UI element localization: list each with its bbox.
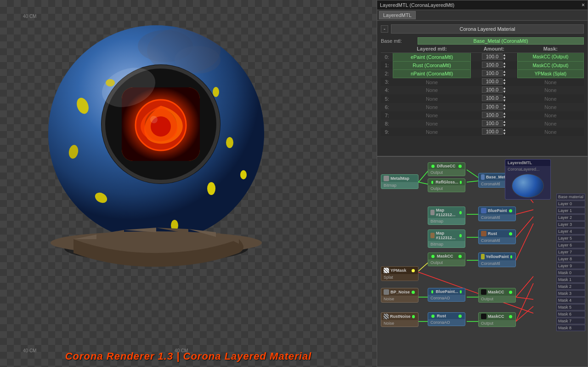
label-mask-5: Mask 5: [556, 304, 585, 310]
col-mask: Mask:: [517, 45, 583, 53]
base-mtl-label: Base mtl:: [381, 38, 418, 44]
col-index: [381, 45, 393, 53]
label-layer-4: Layer 4: [556, 228, 585, 235]
panel-tab-bar: LayeredMTL: [377, 10, 588, 21]
label-mask-6: Mask 6: [556, 311, 585, 317]
node-difusecc[interactable]: DifuseCC Output: [428, 162, 465, 176]
mtl-dialog: LayeredMTL (CoronaLayeredMtl) × LayeredM…: [377, 0, 588, 156]
node-map1[interactable]: Map #112312... Bitmap: [428, 206, 465, 225]
table-row: 0:ePaint (CoronaMtl)▲▼MaskCC (Output): [381, 53, 584, 62]
node-reflgloss[interactable]: ReflGloss... Output: [428, 178, 465, 192]
label-layer-9: Layer 9: [556, 263, 585, 269]
svg-point-14: [59, 203, 69, 211]
svg-point-11: [226, 137, 233, 148]
label-layer-1: Layer 1: [556, 207, 585, 214]
label-layer-7: Layer 7: [556, 249, 585, 255]
watermark-text: Corona Renderer 1.3 | Corona Layered Mat…: [0, 350, 377, 362]
node-yellowpaint[interactable]: YellowPaint CoronaMtl: [478, 252, 516, 267]
svg-line-40: [516, 210, 533, 214]
panel-title: LayeredMTL (CoronaLayeredMtl): [380, 2, 454, 8]
table-row: 7:None▲▼None: [381, 111, 584, 120]
col-amount: Amount:: [470, 45, 517, 53]
svg-line-41: [516, 217, 533, 237]
label-layer-3: Layer 3: [556, 221, 585, 228]
svg-line-29: [467, 181, 480, 182]
svg-line-46: [516, 306, 533, 321]
mtl-content: - Corona Layered Material Base mtl: Base…: [377, 21, 588, 138]
svg-line-45: [516, 297, 533, 299]
table-row: 9:None▲▼None: [381, 128, 584, 136]
panel-tab-layeredmtl[interactable]: LayeredMTL: [379, 11, 416, 19]
base-mtl-value[interactable]: Base_Metal (CoronaMtl): [418, 37, 584, 45]
table-row: 6:None▲▼None: [381, 103, 584, 111]
table-row: 4:None▲▼None: [381, 86, 584, 94]
node-metalmap[interactable]: MetalMap Bitmap: [381, 174, 418, 189]
table-row: 1:Rust (CoronaMtl)▲▼MaskCC (Output): [381, 61, 584, 69]
table-row: 3:None▲▼None: [381, 78, 584, 86]
layered-mtl-table: Layered mtl: Amount: Mask: 0:ePaint (Cor…: [381, 45, 584, 136]
right-labels-panel: Base material Layer 0 Layer 1 Layer 2 La…: [556, 194, 585, 331]
label-mask-8: Mask 8: [556, 325, 585, 331]
label-layer-5: Layer 5: [556, 235, 585, 241]
label-layer-2: Layer 2: [556, 214, 585, 221]
svg-line-44: [516, 283, 533, 321]
svg-point-10: [207, 182, 215, 195]
node-maskcc1[interactable]: MaskCC Output: [428, 252, 465, 266]
node-bluepaint-ao[interactable]: BluePaint... CoronaAO: [428, 288, 465, 302]
render-sphere: [37, 9, 276, 276]
grid-label-top: 40 CM: [23, 14, 36, 19]
svg-line-42: [516, 224, 533, 260]
render-area: 40 CM 40 CM 40 CM: [0, 0, 377, 367]
node-maskcc3[interactable]: MaskCC Output: [478, 312, 516, 327]
node-maskcc2[interactable]: MaskCC Output: [478, 288, 516, 303]
svg-point-24: [150, 116, 158, 123]
label-mask-4: Mask 4: [556, 297, 585, 304]
table-row: 8:None▲▼None: [381, 120, 584, 128]
table-row: 2:nPaint (CoronaMtl)▲▼YPMask (Splat): [381, 69, 584, 78]
svg-line-30: [467, 170, 480, 178]
node-ypmask[interactable]: YPMask Splat: [381, 266, 418, 281]
node-bluepaint[interactable]: BluePaint CoronaMtl: [478, 206, 516, 221]
base-mtl-row: Base mtl: Base_Metal (CoronaMtl): [381, 37, 584, 45]
svg-point-16: [240, 170, 247, 179]
node-rust-ao[interactable]: Rust CoronaAO: [428, 312, 465, 326]
svg-point-13: [213, 87, 219, 97]
label-layer-8: Layer 8: [556, 256, 585, 262]
label-mask-1: Mask 1: [556, 276, 585, 283]
node-layered-mtl[interactable]: LayeredMTL CoronaLayered...: [505, 159, 551, 200]
label-mask-2: Mask 2: [556, 283, 585, 290]
panel-titlebar: LayeredMTL (CoronaLayeredMtl) ×: [377, 0, 588, 10]
label-mask-3: Mask 3: [556, 290, 585, 297]
node-map2[interactable]: Map #112312... Bitmap: [428, 229, 465, 248]
label-base-material: Base material: [556, 194, 585, 200]
svg-line-43: [516, 276, 533, 297]
panel-close-button[interactable]: ×: [582, 2, 585, 8]
label-mask-7: Mask 7: [556, 318, 585, 324]
collapse-button[interactable]: -: [381, 25, 388, 33]
node-rust-mtl[interactable]: Rust CoronaMtl: [478, 229, 516, 244]
section-header: Corona Layered Material: [391, 24, 584, 34]
node-bp-noise[interactable]: BP_Noise Noise: [381, 288, 418, 303]
col-layered: Layered mtl:: [393, 45, 471, 53]
label-layer-0: Layer 0: [556, 201, 585, 207]
label-layer-6: Layer 6: [556, 242, 585, 248]
table-row: 5:None▲▼None: [381, 94, 584, 103]
node-graph: MetalMap Bitmap DifuseCC Output ReflGlos…: [377, 156, 588, 367]
label-mask-0: Mask 0: [556, 270, 585, 276]
node-rust-noise[interactable]: RustNoise Noise: [381, 312, 418, 327]
